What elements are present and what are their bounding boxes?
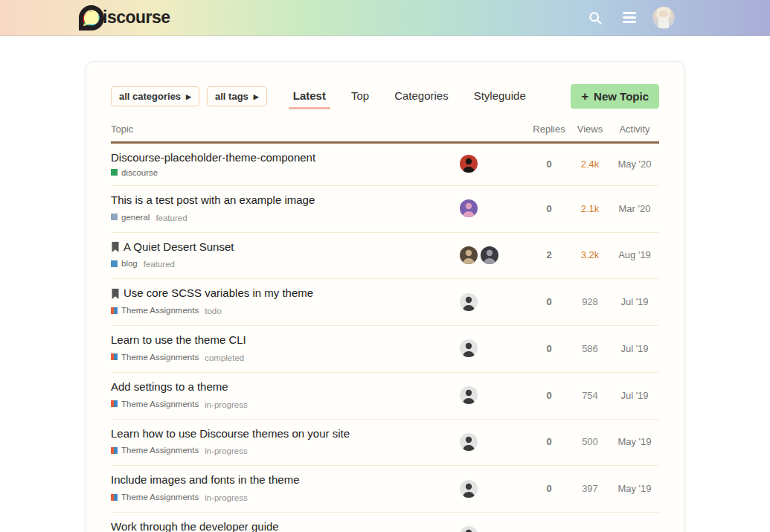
list-controls: all categories ▶ all tags ▶ LatestTopCat… xyxy=(111,84,659,109)
tag-list: in-progress xyxy=(205,397,248,411)
topic-title-text: Discourse-placeholder-theme-component xyxy=(111,151,315,165)
caret-right-icon: ▶ xyxy=(186,93,191,100)
replies-count[interactable]: 0 xyxy=(528,343,570,354)
nav-tabs: LatestTopCategoriesStyleguide xyxy=(280,85,539,108)
discourse-logo[interactable]: iscourse xyxy=(79,5,170,31)
tag-filter-dropdown[interactable]: all tags ▶ xyxy=(207,86,267,106)
poster-avatar[interactable] xyxy=(460,246,478,264)
topic-meta: Theme Assignments completed xyxy=(111,350,452,364)
topic-main-cell: This is a test post with an example imag… xyxy=(111,193,460,224)
topic-title-link[interactable]: Work through the developer guide xyxy=(111,520,452,532)
tag-todo[interactable]: todo xyxy=(205,307,221,315)
category-name: Theme Assignments xyxy=(121,306,199,315)
activity-date[interactable]: Jul '19 xyxy=(610,390,659,401)
topic-title-link[interactable]: This is a test post with an example imag… xyxy=(111,193,452,208)
discourse-logo-icon xyxy=(79,5,104,31)
category-link[interactable]: Theme Assignments xyxy=(111,446,199,455)
replies-count[interactable]: 0 xyxy=(528,483,570,494)
tag-in-progress[interactable]: in-progress xyxy=(205,400,248,409)
tag-completed[interactable]: completed xyxy=(205,353,244,362)
topic-title-text: Use core SCSS variables in my theme xyxy=(123,286,313,301)
topic-title-text: Add settings to a theme xyxy=(111,380,228,394)
category-link[interactable]: Theme Assignments xyxy=(111,353,199,362)
poster-avatar[interactable] xyxy=(460,386,478,404)
hamburger-menu-icon[interactable] xyxy=(618,7,641,29)
category-link[interactable]: Theme Assignments xyxy=(111,493,199,501)
replies-count[interactable]: 0 xyxy=(528,390,570,401)
topic-title-link[interactable]: Include images and fonts in the theme xyxy=(111,473,452,487)
topic-title-link[interactable]: Discourse-placeholder-theme-component xyxy=(111,151,452,165)
tab-categories[interactable]: Categories xyxy=(394,85,449,108)
tag-list: in-progress xyxy=(205,443,248,457)
column-header-replies[interactable]: Replies xyxy=(528,124,570,135)
activity-date[interactable]: Jul '19 xyxy=(610,343,659,354)
column-header-views[interactable]: Views xyxy=(570,124,610,135)
topic-row: Add settings to a theme Theme Assignment… xyxy=(111,373,659,420)
table-header-row: Topic Replies Views Activity xyxy=(111,124,659,144)
category-link[interactable]: blog xyxy=(111,259,138,268)
topic-main-cell: Learn to use the theme CLI Theme Assignm… xyxy=(111,333,460,364)
views-count: 754 xyxy=(570,390,610,401)
poster-avatar[interactable] xyxy=(481,246,498,264)
posters-cell xyxy=(460,480,528,498)
posters-cell xyxy=(460,246,528,264)
views-count: 586 xyxy=(570,343,610,354)
poster-avatar[interactable] xyxy=(460,293,478,311)
topic-meta: Theme Assignments in-progress xyxy=(111,397,452,411)
topic-main-cell: Discourse-placeholder-theme-component di… xyxy=(111,151,460,177)
topic-main-cell: A Quiet Desert Sunset blog featured xyxy=(111,240,460,271)
posters-cell xyxy=(460,386,528,404)
new-topic-label: New Topic xyxy=(594,90,649,103)
topic-title-link[interactable]: Learn how to use Discourse themes on you… xyxy=(111,427,452,441)
tag-featured[interactable]: featured xyxy=(144,260,175,269)
poster-avatar[interactable] xyxy=(460,526,478,532)
activity-date[interactable]: May '19 xyxy=(610,436,659,447)
replies-count[interactable]: 0 xyxy=(528,296,570,307)
topic-title-link[interactable]: Learn to use the theme CLI xyxy=(111,333,452,347)
tag-in-progress[interactable]: in-progress xyxy=(205,446,248,455)
poster-avatar[interactable] xyxy=(460,155,478,173)
topic-list-card: all categories ▶ all tags ▶ LatestTopCat… xyxy=(86,61,684,532)
topic-title-link[interactable]: Use core SCSS variables in my theme xyxy=(111,286,452,301)
poster-avatar[interactable] xyxy=(460,339,478,357)
views-count: 3.2k xyxy=(570,249,610,260)
tag-featured[interactable]: featured xyxy=(155,214,187,222)
category-link[interactable]: Theme Assignments xyxy=(111,400,199,408)
activity-date[interactable]: Jul '19 xyxy=(610,296,659,307)
plus-icon: + xyxy=(581,90,588,103)
topic-main-cell: Include images and fonts in the theme Th… xyxy=(111,473,460,504)
topic-title-link[interactable]: Add settings to a theme xyxy=(111,380,452,394)
category-badge xyxy=(111,307,118,314)
activity-date[interactable]: May '19 xyxy=(610,483,659,494)
replies-count[interactable]: 0 xyxy=(528,203,570,214)
category-filter-dropdown[interactable]: all categories ▶ xyxy=(111,86,199,106)
activity-date[interactable]: May '20 xyxy=(610,158,659,170)
caret-right-icon: ▶ xyxy=(254,93,259,100)
category-link[interactable]: general xyxy=(111,213,150,222)
user-avatar[interactable] xyxy=(652,7,675,29)
topic-table: Topic Replies Views Activity Discourse-p… xyxy=(111,124,659,532)
search-icon[interactable] xyxy=(584,7,606,29)
replies-count[interactable]: 0 xyxy=(528,436,570,447)
tab-latest[interactable]: Latest xyxy=(293,85,326,108)
new-topic-button[interactable]: + New Topic xyxy=(571,84,659,109)
replies-count[interactable]: 2 xyxy=(528,249,570,260)
tab-styleguide[interactable]: Styleguide xyxy=(474,85,526,108)
activity-date[interactable]: Mar '20 xyxy=(610,203,659,214)
topic-main-cell: Learn how to use Discourse themes on you… xyxy=(111,427,460,458)
tag-list: todo xyxy=(205,304,221,317)
tag-list: in-progress xyxy=(205,490,248,504)
topic-title-link[interactable]: A Quiet Desert Sunset xyxy=(111,240,452,254)
poster-avatar[interactable] xyxy=(460,433,478,451)
category-link[interactable]: discourse xyxy=(111,168,158,177)
category-badge xyxy=(111,400,118,407)
topic-row: This is a test post with an example imag… xyxy=(111,186,659,233)
activity-date[interactable]: Aug '19 xyxy=(610,249,659,260)
poster-avatar[interactable] xyxy=(460,480,478,498)
tag-in-progress[interactable]: in-progress xyxy=(205,493,248,502)
tab-top[interactable]: Top xyxy=(351,85,369,108)
replies-count[interactable]: 0 xyxy=(528,158,570,170)
category-link[interactable]: Theme Assignments xyxy=(111,306,199,315)
column-header-activity[interactable]: Activity xyxy=(610,124,659,135)
poster-avatar[interactable] xyxy=(460,199,478,217)
